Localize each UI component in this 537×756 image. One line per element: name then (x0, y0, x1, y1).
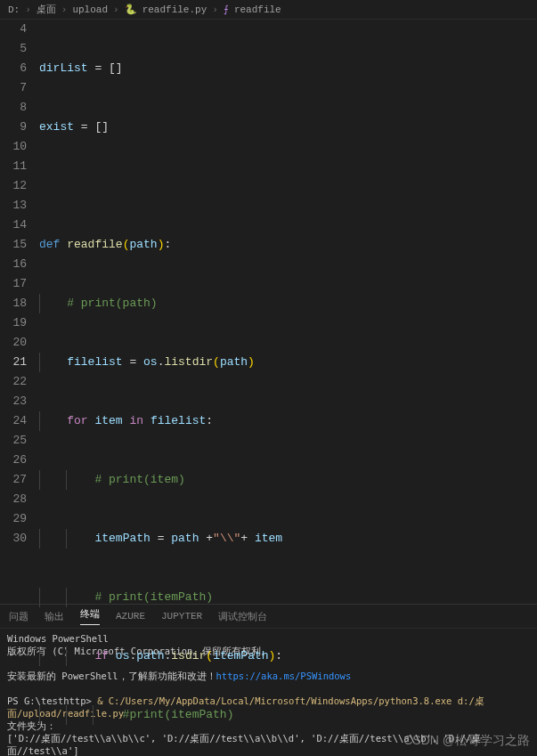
tab-jupyter[interactable]: JUPYTER (161, 611, 202, 622)
code-editor[interactable]: 456 789 101112 131415 161718 1920 21 222… (0, 20, 537, 604)
chevron-right-icon: › (113, 4, 119, 15)
chevron-right-icon: › (61, 4, 68, 15)
python-file-icon: 🐍 (125, 4, 137, 15)
line-number-gutter: 456 789 101112 131415 161718 1920 21 222… (0, 20, 39, 604)
breadcrumb[interactable]: D: › 桌面 › upload › 🐍 readfile.py › ⨍ rea… (0, 0, 537, 20)
breadcrumb-folder[interactable]: upload (72, 4, 108, 15)
breadcrumb-symbol[interactable]: readfile (234, 4, 281, 15)
tab-debug-console[interactable]: 调试控制台 (218, 610, 267, 623)
watermark: CSDN @松哥学习之路 (403, 733, 530, 749)
chevron-right-icon: › (212, 4, 218, 15)
tab-output[interactable]: 输出 (45, 610, 64, 623)
breadcrumb-folder[interactable]: 桌面 (37, 3, 56, 16)
breadcrumb-file[interactable]: readfile.py (142, 4, 207, 15)
tab-problems[interactable]: 问题 (9, 610, 28, 623)
tab-terminal[interactable]: 终端 (80, 607, 100, 625)
chevron-right-icon: › (25, 4, 31, 15)
code-content[interactable]: dirList = [] exist = [] def readfile(pat… (39, 20, 537, 604)
symbol-function-icon: ⨍ (224, 4, 229, 15)
tab-azure[interactable]: AZURE (116, 611, 145, 622)
breadcrumb-drive[interactable]: D: (8, 4, 20, 15)
